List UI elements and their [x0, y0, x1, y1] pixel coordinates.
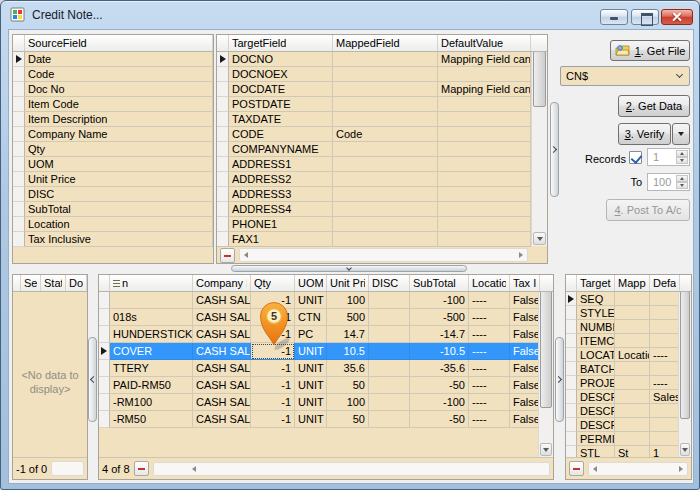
cell[interactable] — [369, 360, 410, 377]
remove-row-button[interactable] — [220, 248, 235, 263]
cell[interactable]: -1 — [251, 292, 295, 309]
cell[interactable]: ---- — [469, 343, 510, 360]
table-row[interactable]: CODECode — [217, 127, 531, 142]
cell[interactable]: CASH SALES — [193, 343, 251, 360]
cell[interactable] — [615, 362, 650, 376]
table-row[interactable]: LOCATLocation---- — [566, 348, 678, 362]
cell[interactable]: DESCR — [577, 404, 615, 418]
table-row[interactable]: SubTotal — [13, 202, 213, 217]
cell[interactable]: ---- — [469, 377, 510, 394]
table-row[interactable]: Unit Price — [13, 172, 213, 187]
cell[interactable]: 35.6 — [327, 360, 369, 377]
cell[interactable] — [438, 142, 531, 157]
table-row[interactable]: 018sCASH SALES-1CTN500-500----False — [99, 309, 538, 326]
cell[interactable] — [615, 334, 650, 348]
cell[interactable]: Unit Price — [25, 172, 213, 187]
cell[interactable] — [438, 97, 531, 112]
spin-down-button[interactable] — [676, 182, 688, 189]
cell[interactable]: PERMI — [577, 432, 615, 446]
column-header[interactable]: SubTotal — [410, 275, 469, 291]
cell[interactable]: ---- — [650, 348, 678, 362]
verify-button[interactable]: 3. Verify — [618, 123, 671, 145]
cell[interactable] — [438, 157, 531, 172]
cell[interactable]: ---- — [650, 376, 678, 390]
cell[interactable]: DOCNO — [229, 52, 333, 67]
cell[interactable]: -14.7 — [410, 326, 469, 343]
spin-up-button[interactable] — [676, 175, 688, 182]
table-row[interactable]: DESCRSales R — [566, 390, 678, 404]
cell[interactable]: ---- — [469, 411, 510, 428]
cell[interactable]: False — [510, 377, 538, 394]
table-row[interactable]: Location — [13, 217, 213, 232]
cell[interactable] — [333, 202, 438, 217]
column-header[interactable]: Default — [650, 275, 680, 291]
cell[interactable]: -1 — [251, 343, 295, 360]
column-header[interactable]: DISC — [369, 275, 410, 291]
cell[interactable]: ---- — [469, 292, 510, 309]
cell[interactable]: 50 — [327, 377, 369, 394]
cell[interactable]: False — [510, 394, 538, 411]
cell[interactable]: BATCH — [577, 362, 615, 376]
minimize-button[interactable] — [600, 9, 628, 25]
vertical-scrollbar[interactable] — [678, 275, 691, 457]
cell[interactable] — [615, 418, 650, 432]
column-header[interactable]: TargetF — [577, 275, 615, 291]
cell[interactable]: DOCDATE — [229, 82, 333, 97]
cell[interactable]: 500 — [327, 309, 369, 326]
cell[interactable]: False — [510, 360, 538, 377]
verify-dropdown-button[interactable] — [672, 123, 690, 145]
cell[interactable] — [333, 217, 438, 232]
cell[interactable]: CTN — [295, 309, 327, 326]
cell[interactable]: TTERY — [110, 360, 193, 377]
cell[interactable] — [615, 292, 650, 306]
sheet-select[interactable]: CN$ — [560, 66, 690, 86]
cell[interactable]: False — [510, 343, 538, 360]
cell[interactable]: Code — [25, 67, 213, 82]
table-row[interactable]: ADDRESS2 — [217, 172, 531, 187]
horizontal-scrollbar[interactable] — [51, 461, 84, 476]
cell[interactable]: STYLEI — [577, 306, 615, 320]
cell[interactable]: POSTDATE — [229, 97, 333, 112]
cell[interactable]: DOCNOEX — [229, 67, 333, 82]
cell[interactable]: Mapping Field can't be e — [438, 52, 531, 67]
cell[interactable] — [650, 418, 678, 432]
cell[interactable] — [615, 306, 650, 320]
cell[interactable]: -1 — [251, 377, 295, 394]
table-row[interactable]: UOM — [13, 157, 213, 172]
column-header[interactable]: n — [110, 275, 193, 291]
table-row[interactable]: DOCNOMapping Field can't be e — [217, 52, 531, 67]
cell[interactable]: DESCR — [577, 418, 615, 432]
cell[interactable]: HUNDERSTICK 06 — [110, 326, 193, 343]
table-row[interactable]: COVERCASH SALES-1UNIT10.5-10.5----False — [99, 343, 538, 360]
column-header[interactable]: Qty — [251, 275, 295, 291]
cell[interactable]: CASH SALES — [193, 326, 251, 343]
table-row[interactable]: STYLEI — [566, 306, 678, 320]
cell[interactable] — [369, 411, 410, 428]
scrollbar-thumb[interactable] — [540, 290, 552, 408]
table-row[interactable]: PERMI — [566, 432, 678, 446]
table-row[interactable]: Date — [13, 52, 213, 67]
scrollbar-thumb[interactable] — [533, 51, 546, 107]
cell[interactable]: CASH SALES — [193, 377, 251, 394]
cell[interactable]: False — [510, 309, 538, 326]
cell[interactable] — [615, 390, 650, 404]
table-row[interactable]: NUMBE — [566, 320, 678, 334]
vertical-splitter[interactable] — [555, 337, 564, 422]
cell[interactable]: -1 — [251, 360, 295, 377]
cell[interactable] — [110, 292, 193, 309]
cell[interactable]: UNIT — [295, 377, 327, 394]
cell[interactable]: Item Code — [25, 97, 213, 112]
cell[interactable] — [333, 67, 438, 82]
scroll-down-button[interactable] — [533, 232, 546, 245]
cell[interactable] — [438, 232, 531, 246]
cell[interactable]: STL — [577, 446, 615, 457]
cell[interactable]: ---- — [469, 394, 510, 411]
scrollbar-thumb[interactable] — [680, 291, 690, 419]
cell[interactable]: UNIT — [295, 411, 327, 428]
cell[interactable]: 14.7 — [327, 326, 369, 343]
cell[interactable] — [438, 187, 531, 202]
table-row[interactable]: BATCH — [566, 362, 678, 376]
cell[interactable] — [438, 217, 531, 232]
horizontal-scrollbar[interactable] — [153, 462, 550, 476]
cell[interactable] — [615, 376, 650, 390]
